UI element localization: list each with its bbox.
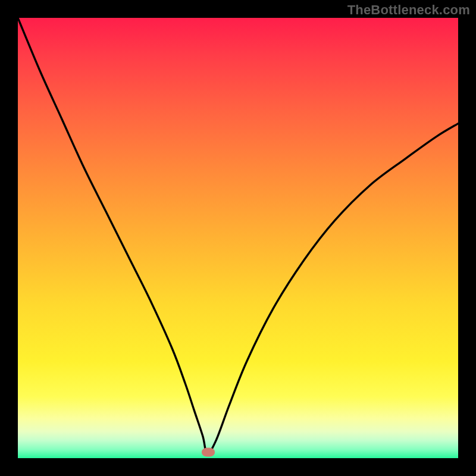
watermark-label: TheBottleneck.com (347, 2, 470, 18)
optimal-marker (202, 448, 215, 457)
curve-path (18, 18, 458, 454)
plot-area (18, 18, 458, 458)
chart-frame: TheBottleneck.com (0, 0, 476, 476)
bottleneck-curve (18, 18, 458, 458)
